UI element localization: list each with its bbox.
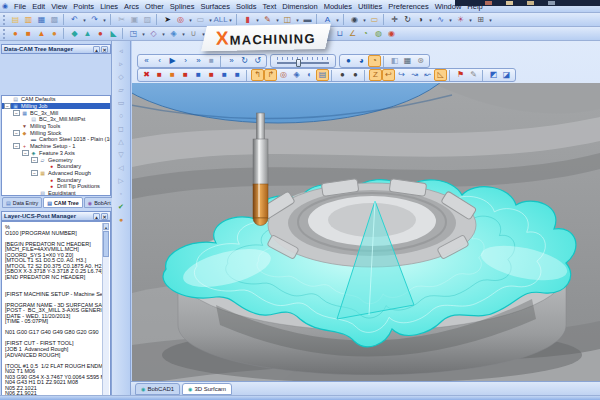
sim-toolbar-icon[interactable] [246, 70, 249, 81]
tree-item[interactable]: ● Drill Tip Positions [2, 183, 110, 190]
menu-item[interactable]: Edit [29, 2, 48, 11]
view-toolbar-icon[interactable]: ▱ [114, 84, 128, 96]
sim-toolbar-icon[interactable]: ◎ [277, 69, 290, 81]
tree-item[interactable]: ● Boundary [2, 163, 110, 170]
tree-expander[interactable]: − [13, 143, 20, 149]
toolbar-icon[interactable]: ▾ [101, 14, 108, 26]
view-toolbar-icon[interactable]: ▭ [114, 97, 128, 109]
panel-header-button[interactable]: ✕ [101, 213, 108, 220]
tree-item[interactable]: − ▦ Advanced Rough [2, 170, 110, 177]
menu-item[interactable]: Surfaces [197, 2, 233, 11]
toolbar-icon[interactable]: ◔ [359, 28, 372, 40]
toolbar-icon[interactable]: ▾ [187, 14, 194, 26]
panel-tab[interactable]: ▤ CAM Tree [43, 197, 83, 208]
sim-toolbar-icon[interactable]: ‹ [153, 55, 166, 67]
view-toolbar-icon[interactable]: ◻ [114, 123, 128, 135]
machining-3d-view[interactable] [132, 83, 600, 381]
toolbar-icon[interactable]: ◉ [385, 28, 398, 40]
toolbar-icon[interactable]: ▾ [487, 14, 494, 26]
sim-toolbar-icon[interactable]: ● [336, 69, 349, 81]
tree-expander[interactable]: − [13, 130, 20, 136]
toolbar-icon[interactable]: ◎ [174, 14, 187, 26]
toolbar-icon[interactable]: ▨ [141, 14, 154, 26]
sim-toolbar-icon[interactable]: ◐ [303, 69, 316, 81]
sim-toolbar-icon[interactable]: « [140, 55, 153, 67]
sim-toolbar-icon[interactable]: ◧ [388, 55, 401, 67]
toolbar-icon[interactable]: ✛ [388, 14, 401, 26]
toolbar-icon[interactable]: ↷ [88, 14, 101, 26]
sim-toolbar-icon[interactable]: ↜ [421, 69, 434, 81]
sim-toolbar-icon[interactable]: ↩ [382, 69, 395, 81]
sim-speed-slider[interactable] [275, 56, 331, 67]
toolbar-icon[interactable] [236, 14, 239, 25]
sim-toolbar-icon[interactable]: » [225, 55, 238, 67]
toolbar-icon[interactable]: ▾ [140, 28, 147, 40]
sim-toolbar-icon[interactable]: ■ [205, 69, 218, 81]
toolbar-icon[interactable]: ▾ [81, 14, 88, 26]
sim-toolbar-icon[interactable]: » [192, 55, 205, 67]
toolbar-icon[interactable] [383, 14, 386, 25]
toolbar-icon[interactable]: ▮ [241, 14, 254, 26]
menu-item[interactable]: Text [259, 2, 279, 11]
toolbar-icon[interactable]: ◍ [372, 28, 385, 40]
view-toolbar-icon[interactable]: △ [114, 136, 128, 148]
vertical-scrollbar[interactable]: ▲ ▼ [102, 223, 109, 400]
sim-toolbar-icon[interactable] [220, 56, 223, 67]
tree-expander[interactable] [22, 136, 29, 142]
toolbar-icon[interactable]: ∠ [346, 28, 359, 40]
toolbar-icon[interactable]: ▾ [160, 28, 167, 40]
slider-track[interactable] [277, 62, 329, 64]
toolbar-icon[interactable]: ▾ [180, 28, 187, 40]
toolbar-icon[interactable]: ALL [214, 14, 227, 26]
document-tab[interactable]: ◉ BobCAD1 [135, 383, 180, 395]
view-toolbar-icon[interactable]: ▽ [114, 149, 128, 161]
toolbar-icon[interactable] [343, 14, 346, 25]
toolbar-icon[interactable]: ● [94, 28, 107, 40]
view-toolbar-icon[interactable]: ▷ [114, 175, 128, 187]
menu-item[interactable]: Arcs [121, 2, 142, 11]
tree-item[interactable]: ▤ BC_3x_Mill.MillPst [2, 116, 110, 123]
sim-toolbar-icon[interactable]: ■ [192, 69, 205, 81]
menu-item[interactable]: View [48, 2, 70, 11]
tree-item[interactable]: ▼ Milling Tools [2, 123, 110, 130]
toolbar-icon[interactable]: ● [48, 28, 61, 40]
sim-toolbar-icon[interactable]: ↰ [251, 69, 264, 81]
tree-expander[interactable] [40, 177, 47, 183]
tree-expander[interactable]: − [22, 150, 29, 156]
tree-item[interactable]: − ▣ Milling Job [2, 103, 110, 110]
sim-toolbar-icon[interactable]: ■ [179, 69, 192, 81]
sim-toolbar-icon[interactable] [449, 70, 452, 81]
toolbar-icon[interactable]: ✂ [115, 14, 128, 26]
tree-expander[interactable]: − [4, 103, 11, 109]
menu-item[interactable]: Dimension [279, 2, 320, 11]
scroll-up-arrow[interactable]: ▲ [103, 223, 109, 230]
toolbar-icon[interactable]: ▤ [9, 14, 22, 26]
toolbar-icon[interactable]: ▩ [48, 14, 61, 26]
toolbar-icon[interactable]: ▦ [35, 14, 48, 26]
sim-toolbar-icon[interactable]: ↪ [395, 69, 408, 81]
toolbar-icon[interactable]: ▲ [81, 28, 94, 40]
toolbar-icon[interactable]: ● [9, 28, 22, 40]
toolbar-icon[interactable]: ↻ [401, 14, 414, 26]
toolbar-icon[interactable] [122, 28, 125, 39]
menu-item[interactable]: Lines [97, 2, 121, 11]
sim-toolbar-icon[interactable]: ↺ [251, 55, 264, 67]
menu-item[interactable]: Other [142, 2, 167, 11]
sim-toolbar-icon[interactable]: ▤ [316, 69, 329, 81]
tree-item[interactable]: − ▦ BC_3x_Mill [2, 109, 110, 116]
toolbar-icon[interactable] [110, 14, 113, 25]
panel-header-button[interactable]: ▴ [93, 46, 100, 53]
sim-toolbar-icon[interactable]: ■ [231, 69, 244, 81]
sim-toolbar-icon[interactable]: › [179, 55, 192, 67]
sim-toolbar-icon[interactable]: ● [349, 69, 362, 81]
sim-toolbar-icon[interactable] [482, 70, 485, 81]
sim-toolbar-icon[interactable]: ■ [218, 69, 231, 81]
toolbar-icon[interactable]: ◣ [107, 28, 120, 40]
tree-item[interactable]: ▤ CAM Defaults [2, 96, 110, 103]
toolbar-icon[interactable]: ▾ [334, 14, 341, 26]
tree-expander[interactable]: − [31, 157, 38, 163]
tree-item[interactable]: ● Boundary [2, 176, 110, 183]
toolbar-icon[interactable]: ▾ [361, 14, 368, 26]
toolbar-icon[interactable]: ▭ [194, 14, 207, 26]
scroll-thumb[interactable] [103, 231, 109, 257]
